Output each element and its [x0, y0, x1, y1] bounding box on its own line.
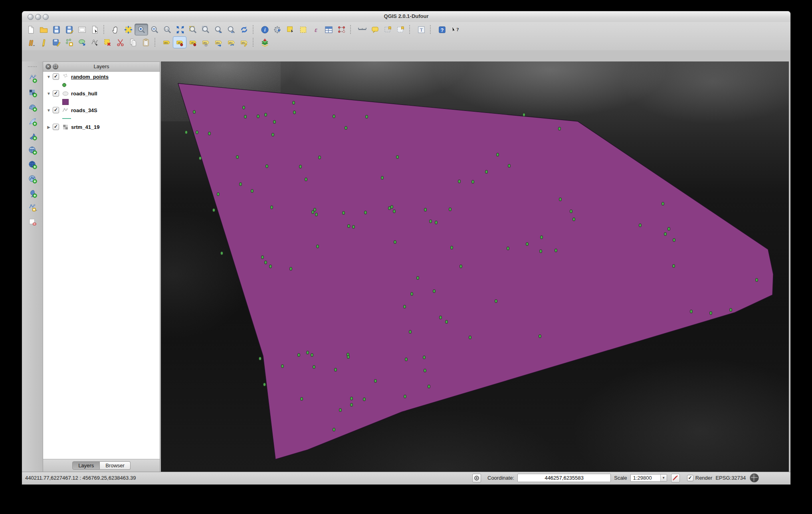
tab-layers[interactable]: Layers	[72, 461, 100, 470]
layer-row[interactable]: ▼✓roads_hull	[43, 89, 160, 98]
open-project-button[interactable]	[37, 24, 50, 35]
save-project-button[interactable]	[50, 24, 63, 35]
node-tool-button[interactable]	[88, 37, 101, 48]
label-unpin-button[interactable]: ab	[186, 37, 199, 48]
tab-browser[interactable]: Browser	[100, 461, 131, 470]
identify-features-button[interactable]: i	[258, 24, 271, 35]
random-point	[672, 264, 675, 268]
refresh-button[interactable]	[238, 24, 250, 35]
scale-value: 1:29800	[631, 475, 660, 481]
deselect-features-button[interactable]	[297, 24, 309, 35]
layer-row[interactable]: ▶✓srtm_41_19	[43, 122, 160, 132]
measure-line-button[interactable]	[356, 24, 368, 35]
pan-to-selection-button[interactable]	[122, 24, 135, 35]
label-pin-button[interactable]: ab	[173, 36, 186, 48]
text-annotation-button[interactable]: T	[415, 24, 428, 35]
label-move-button[interactable]: abc	[212, 37, 225, 48]
toggle-editing-button[interactable]	[37, 37, 50, 48]
select-by-expression-button[interactable]: ε	[309, 24, 322, 35]
add-vector-layer-button[interactable]	[26, 73, 39, 84]
coordinate-input[interactable]	[517, 474, 611, 482]
scale-combobox[interactable]: 1:29800 ▼	[630, 474, 667, 482]
layer-visibility-checkbox[interactable]: ✓	[53, 124, 59, 130]
whats-this-button[interactable]: ?	[448, 24, 461, 35]
collapse-arrow-icon[interactable]: ▼	[46, 108, 52, 113]
zoom-to-selection-button[interactable]	[186, 24, 199, 35]
add-mssql-layer-button[interactable]	[26, 130, 39, 141]
add-postgis-layer-button[interactable]	[26, 101, 39, 113]
expand-arrow-icon[interactable]: ▶	[46, 125, 52, 129]
layer-visibility-checkbox[interactable]: ✓	[53, 107, 59, 113]
random-point	[429, 219, 432, 223]
save-project-as-button[interactable]	[63, 24, 75, 35]
add-spatialite-layer-button[interactable]	[26, 116, 39, 127]
toolbar-handle[interactable]	[28, 66, 37, 69]
render-checkbox[interactable]: ✓	[687, 475, 693, 481]
remove-layer-button[interactable]	[26, 216, 39, 227]
labeling-button[interactable]: abc	[160, 37, 173, 48]
run-feature-action-button[interactable]	[271, 24, 284, 35]
zoom-in-button[interactable]	[135, 24, 148, 36]
map-tips-button[interactable]	[368, 24, 381, 35]
extent-toggle-icon[interactable]	[472, 474, 481, 482]
zoom-last-button[interactable]	[212, 24, 225, 35]
random-point	[193, 110, 196, 114]
zoom-full-button[interactable]	[174, 24, 186, 35]
layer-visibility-checkbox[interactable]: ✓	[53, 73, 59, 80]
title-bar[interactable]: QGIS 2.0.1-Dufour	[22, 11, 790, 22]
new-composer-button[interactable]	[75, 24, 88, 35]
svg-text:abc: abc	[203, 41, 207, 43]
add-delimited-text-layer-button[interactable]	[26, 188, 39, 199]
delete-selected-button[interactable]	[101, 37, 114, 48]
label-rotate-button[interactable]: abc	[225, 37, 238, 48]
zoom-native-button[interactable]: 1:1	[161, 24, 174, 35]
map-canvas[interactable]	[161, 61, 789, 472]
add-wms-layer-button[interactable]	[26, 144, 39, 156]
layer-name[interactable]: roads_34S	[71, 107, 97, 113]
collapse-arrow-icon[interactable]: ▼	[46, 75, 52, 79]
layer-name[interactable]: srtm_41_19	[71, 124, 100, 130]
layer-visibility-checkbox[interactable]: ✓	[53, 90, 59, 97]
layer-name[interactable]: random_points	[71, 74, 109, 80]
label-properties-button[interactable]: abc	[238, 37, 250, 48]
random-point	[239, 182, 242, 186]
random-point	[690, 310, 693, 313]
crs-globe-icon[interactable]	[750, 473, 759, 482]
current-edits-button[interactable]	[24, 37, 37, 48]
add-wfs-layer-button[interactable]	[26, 173, 39, 184]
paste-features-button[interactable]	[139, 37, 152, 48]
collapse-arrow-icon[interactable]: ▼	[46, 91, 52, 96]
random-point	[289, 267, 292, 271]
save-layer-edits-button[interactable]	[50, 37, 63, 48]
composer-manager-button[interactable]	[88, 24, 101, 35]
zoom-to-layer-button[interactable]	[199, 24, 212, 35]
help-button[interactable]: ?	[436, 24, 448, 35]
attribute-table-button[interactable]	[322, 24, 335, 35]
random-point	[297, 353, 300, 357]
pan-map-button[interactable]	[109, 24, 122, 35]
layer-name[interactable]: roads_hull	[71, 91, 97, 97]
zoom-next-button[interactable]	[225, 24, 238, 35]
new-shapefile-layer-button[interactable]	[26, 202, 39, 213]
select-features-button[interactable]	[284, 24, 297, 35]
svg-text:?: ?	[440, 27, 444, 33]
label-visibility-button[interactable]: abc	[199, 37, 212, 48]
layer-tree[interactable]: ▼✓random_points▼✓roads_hull▼✓roads_34S▶✓…	[43, 72, 160, 459]
move-feature-button[interactable]	[75, 37, 88, 48]
show-bookmarks-button[interactable]	[394, 24, 407, 35]
svg-text:abc: abc	[229, 41, 233, 43]
chevron-down-icon[interactable]: ▼	[660, 474, 667, 481]
zoom-out-button[interactable]	[148, 24, 161, 35]
add-raster-layer-button[interactable]	[26, 87, 39, 98]
add-feature-button[interactable]	[63, 37, 75, 48]
layer-row[interactable]: ▼✓random_points	[43, 72, 160, 81]
new-bookmark-button[interactable]	[381, 24, 394, 35]
cut-features-button[interactable]	[114, 37, 127, 48]
field-calculator-button[interactable]	[335, 24, 348, 35]
layer-row[interactable]: ▼✓roads_34S	[43, 105, 160, 115]
new-project-button[interactable]	[24, 24, 37, 35]
stop-rendering-icon[interactable]	[671, 474, 680, 482]
copy-features-button[interactable]	[127, 37, 139, 48]
plugin-button[interactable]	[258, 37, 271, 48]
add-wcs-layer-button[interactable]	[26, 159, 39, 170]
